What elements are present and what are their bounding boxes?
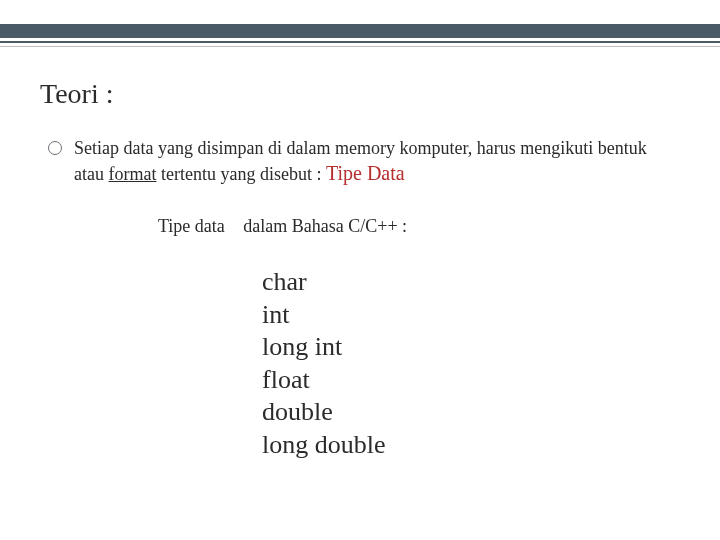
list-item: float <box>262 364 386 397</box>
slide: Teori : Setiap data yang disimpan di dal… <box>0 0 720 540</box>
header-rule-thin <box>0 41 720 43</box>
bullet-text: Setiap data yang disimpan di dalam memor… <box>74 136 668 187</box>
list-item: long int <box>262 331 386 364</box>
header-rule-hairline <box>0 46 720 47</box>
bullet-item: Setiap data yang disimpan di dalam memor… <box>48 136 668 187</box>
body-text: Setiap data yang disimpan di dalam memor… <box>48 136 668 187</box>
subheading-after: dalam Bahasa C/C++ : <box>243 216 407 237</box>
bullet-tail: tertentu yang disebut : <box>161 164 321 184</box>
list-item: int <box>262 299 386 332</box>
bullet-emph: Tipe Data <box>326 162 405 184</box>
list-item: long double <box>262 429 386 462</box>
subheading: Tipe data dalam Bahasa C/C++ : <box>158 216 407 237</box>
subheading-label: Tipe data <box>158 216 225 237</box>
types-list: char int long int float double long doub… <box>262 266 386 461</box>
list-item: char <box>262 266 386 299</box>
bullet-underlined: format <box>108 164 156 184</box>
bullet-circle-icon <box>48 141 62 155</box>
header-rule-thick <box>0 24 720 38</box>
list-item: double <box>262 396 386 429</box>
page-title: Teori : <box>40 78 113 110</box>
